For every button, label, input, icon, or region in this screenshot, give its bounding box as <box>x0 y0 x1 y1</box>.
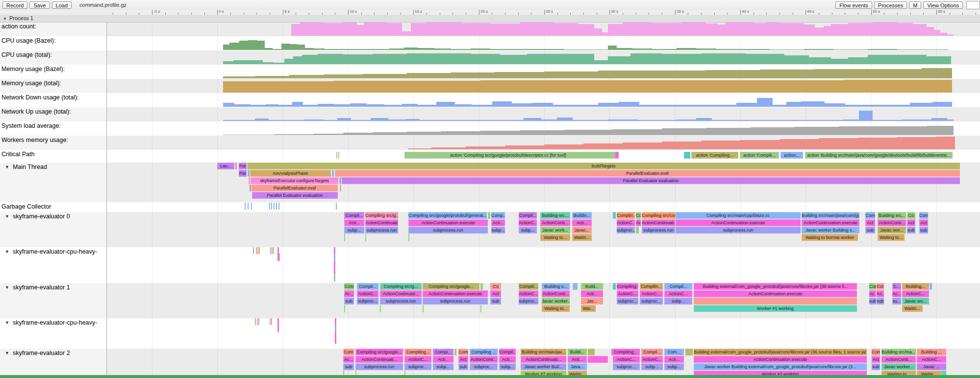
trace-slice[interactable]: su... <box>892 298 901 305</box>
track-label-main-thread[interactable]: ▼Main Thread <box>5 164 47 170</box>
trace-slice[interactable]: Javac worker Buil... <box>521 363 566 370</box>
trace-slice[interactable]: Parallel Evaluator evaluation <box>252 192 338 199</box>
chart-bar[interactable] <box>706 70 760 78</box>
trace-slice[interactable]: ActionContinuati... <box>642 219 675 226</box>
trace-slice[interactable]: ParallelEvaluator.eval <box>251 185 338 191</box>
trace-slice[interactable]: sub <box>877 298 884 305</box>
chart-bar[interactable] <box>681 23 706 36</box>
trace-slice[interactable]: Act <box>907 219 915 226</box>
trace-slice[interactable]: Ac... <box>869 290 876 297</box>
chart-bar[interactable] <box>594 28 602 36</box>
trace-slice[interactable]: ActionC... <box>664 290 692 297</box>
chart-bar[interactable] <box>608 56 630 64</box>
trace-slice[interactable]: subprocess.run <box>676 227 801 234</box>
chart-bar[interactable] <box>544 71 598 78</box>
event-tick[interactable] <box>255 318 256 325</box>
trace-slice[interactable]: ActionContinuati... <box>355 356 403 363</box>
chart-bar[interactable] <box>358 49 374 50</box>
chart-bar[interactable] <box>290 44 297 50</box>
trace-slice[interactable]: subp... <box>433 363 453 370</box>
chart-bar[interactable] <box>334 104 350 107</box>
trace-slice[interactable]: ActionConti... <box>881 356 916 363</box>
expander-triangle-icon[interactable]: ▼ <box>5 285 9 290</box>
timeline-canvas[interactable]: action 'Compiling src/google/protobuf/de… <box>0 0 980 378</box>
trace-slice[interactable]: sub <box>907 227 915 234</box>
chart-bar[interactable] <box>293 56 302 64</box>
chart-bar[interactable] <box>402 104 418 107</box>
trace-slice[interactable]: subp... <box>641 363 663 370</box>
trace-slice[interactable] <box>340 185 341 191</box>
trace-slice[interactable]: subproc... <box>519 298 538 305</box>
trace-slice[interactable]: Compil... <box>641 349 663 355</box>
trace-slice[interactable]: Acti... <box>491 219 505 226</box>
chart-bar[interactable] <box>927 126 954 135</box>
chart-bar[interactable] <box>712 120 765 121</box>
trace-slice[interactable]: Ac... <box>877 290 884 297</box>
trace-slice[interactable]: Java... <box>568 363 587 370</box>
chart-bar[interactable] <box>451 72 495 78</box>
trace-slice[interactable]: ActionContinuation.execute <box>408 219 488 226</box>
chart-bar[interactable] <box>303 105 318 107</box>
trace-slice[interactable]: Building ... <box>917 349 946 355</box>
expander-triangle-icon[interactable]: ▼ <box>5 320 9 325</box>
event-tick[interactable] <box>335 325 336 332</box>
trace-slice[interactable]: subprocess.run <box>423 298 488 305</box>
trace-slice[interactable]: ActionC... <box>617 290 638 297</box>
chart-bar[interactable] <box>364 23 387 36</box>
chart-bar[interactable] <box>239 41 248 50</box>
chart-bar[interactable] <box>367 104 384 107</box>
trace-slice[interactable]: ParallelEvaluator.eval <box>335 170 960 177</box>
event-tick[interactable] <box>334 261 335 274</box>
trace-slice[interactable]: Com <box>872 349 880 355</box>
trace-slice[interactable]: Com... <box>664 349 684 355</box>
trace-slice[interactable]: runAnalysisPhase <box>250 170 331 177</box>
trace-slice[interactable]: Javac worker Building external/com_googl… <box>694 363 867 370</box>
event-tick[interactable] <box>271 203 272 210</box>
trace-slice[interactable]: Waiting to... <box>540 234 570 241</box>
trace-slice[interactable]: Building src/main/java/com/go... <box>802 212 859 219</box>
chart-bar[interactable] <box>573 120 608 121</box>
trace-slice[interactable] <box>615 152 619 159</box>
trace-slice[interactable]: ActionC... <box>519 290 538 297</box>
chart-bar[interactable] <box>223 135 275 135</box>
chart-bar[interactable] <box>947 119 954 121</box>
chart-bar[interactable] <box>407 53 441 64</box>
trace-slice[interactable]: Worker #1 working <box>694 305 857 312</box>
chart-bar[interactable] <box>873 23 897 36</box>
chart-bar[interactable] <box>619 102 639 107</box>
chart-bar[interactable] <box>461 23 490 36</box>
chart-bar[interactable] <box>897 55 927 64</box>
trace-slice[interactable]: subp... <box>664 363 684 370</box>
trace-slice[interactable]: subp... <box>499 363 516 370</box>
trace-slice[interactable] <box>338 152 339 159</box>
trace-slice[interactable]: Compili... <box>519 283 538 290</box>
event-tick[interactable] <box>256 247 257 254</box>
chart-bar[interactable] <box>873 120 902 121</box>
chart-bar[interactable] <box>623 23 652 36</box>
chart-bar[interactable] <box>831 59 848 64</box>
trace-slice[interactable]: subp... <box>519 227 537 234</box>
chart-bar[interactable] <box>371 118 388 121</box>
trace-slice[interactable]: Acti... <box>572 219 592 226</box>
chart-bar[interactable] <box>750 127 794 135</box>
trace-slice[interactable]: subproc... <box>640 298 663 305</box>
chart-bar[interactable] <box>274 63 284 64</box>
chart-bar[interactable] <box>598 71 652 78</box>
chart-bar[interactable] <box>472 105 492 107</box>
trace-slice[interactable]: Act <box>865 219 875 226</box>
trace-slice[interactable]: subprocess.run <box>380 298 422 305</box>
trace-slice[interactable]: ActionC... <box>613 356 640 363</box>
chart-bar[interactable] <box>527 54 559 64</box>
chart-bar[interactable] <box>902 119 931 121</box>
chart-bar[interactable] <box>897 137 936 149</box>
expander-triangle-icon[interactable]: ▼ <box>5 351 9 355</box>
trace-slice[interactable] <box>332 170 334 177</box>
chart-bar[interactable] <box>223 45 229 50</box>
trace-slice[interactable]: buildTargets <box>247 163 960 169</box>
trace-slice[interactable]: ActionConti... <box>878 219 906 226</box>
trace-slice[interactable]: Com <box>458 349 468 355</box>
chart-bar[interactable] <box>333 81 402 93</box>
chart-bar[interactable] <box>251 105 266 107</box>
metadata-button[interactable]: M <box>909 1 921 9</box>
trace-slice[interactable]: subproc... <box>470 363 498 370</box>
